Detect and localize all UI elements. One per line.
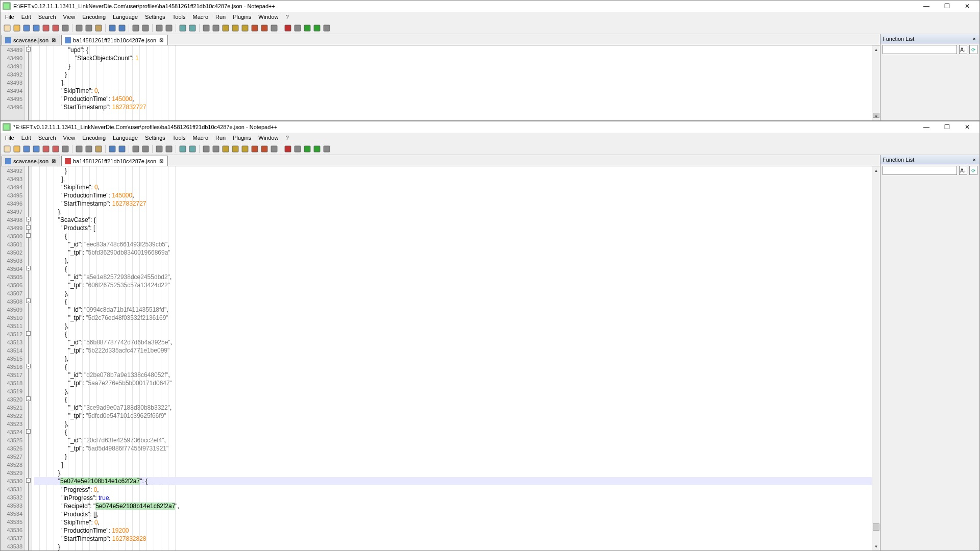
wordwrap-icon[interactable]: [202, 23, 211, 33]
close-icon[interactable]: [41, 23, 51, 33]
folder-tree-icon[interactable]: [240, 23, 250, 33]
print-icon[interactable]: [61, 23, 70, 33]
play-multi-icon[interactable]: [312, 23, 322, 33]
panel-close-icon[interactable]: ×: [971, 36, 977, 42]
menu-help[interactable]: ?: [282, 134, 292, 142]
find-icon[interactable]: [131, 144, 140, 154]
func-list-icon[interactable]: [260, 144, 269, 154]
doc-map-icon[interactable]: [250, 144, 259, 154]
play-icon[interactable]: [303, 144, 312, 154]
scroll-down-icon[interactable]: ▼: [872, 112, 880, 120]
menu-file[interactable]: File: [2, 134, 18, 142]
play-icon[interactable]: [303, 23, 312, 33]
close-window-button[interactable]: ✕: [957, 122, 977, 132]
maximize-button[interactable]: ❐: [937, 122, 957, 132]
zoom-out-icon[interactable]: [164, 23, 174, 33]
menu-language[interactable]: Language: [109, 134, 141, 142]
tab-close-icon[interactable]: ⊠: [51, 37, 57, 43]
menu-plugins[interactable]: Plugins: [229, 134, 255, 142]
sync-h-icon[interactable]: [188, 144, 197, 154]
menu-search[interactable]: Search: [35, 134, 60, 142]
menu-macro[interactable]: Macro: [189, 134, 212, 142]
tab-profile-json[interactable]: ba14581261ff21db10c4287e.json ⊠: [61, 35, 168, 45]
menu-search[interactable]: Search: [35, 13, 60, 21]
wordwrap-icon[interactable]: [202, 144, 211, 154]
menu-settings[interactable]: Settings: [141, 134, 169, 142]
new-file-icon[interactable]: [3, 23, 12, 33]
fold-toggle[interactable]: -: [26, 396, 31, 401]
open-file-icon[interactable]: [12, 144, 21, 154]
monitor-icon[interactable]: [270, 144, 279, 154]
menu-encoding[interactable]: Encoding: [79, 134, 109, 142]
fold-column[interactable]: -: [25, 45, 32, 120]
doc-map-icon[interactable]: [250, 23, 259, 33]
menu-tools[interactable]: Tools: [169, 13, 189, 21]
minimize-button[interactable]: —: [916, 122, 937, 132]
menu-settings[interactable]: Settings: [141, 13, 169, 21]
menu-view[interactable]: View: [60, 13, 79, 21]
all-chars-icon[interactable]: [211, 23, 220, 33]
fold-toggle[interactable]: -: [26, 233, 31, 238]
scroll-up-icon[interactable]: ▲: [872, 45, 880, 54]
code-editor[interactable]: "upd": { "StackObjectsCount": 1 } } ], "…: [32, 45, 872, 120]
tab-close-icon[interactable]: ⊠: [51, 158, 57, 164]
tab-close-icon[interactable]: ⊠: [158, 37, 164, 43]
monitor-icon[interactable]: [270, 23, 279, 33]
redo-icon[interactable]: [117, 144, 127, 154]
fold-toggle[interactable]: -: [26, 331, 31, 336]
save-macro-icon[interactable]: [322, 144, 331, 154]
sort-icon[interactable]: A↓: [959, 45, 967, 54]
open-file-icon[interactable]: [12, 23, 21, 33]
record-icon[interactable]: [283, 144, 292, 154]
paste-icon[interactable]: [94, 144, 103, 154]
lang-icon[interactable]: [231, 144, 240, 154]
new-file-icon[interactable]: [3, 144, 12, 154]
function-search-input[interactable]: [883, 45, 957, 54]
fold-toggle[interactable]: -: [26, 266, 31, 270]
save-icon[interactable]: [22, 144, 31, 154]
replace-icon[interactable]: [141, 144, 150, 154]
tab-scavcase[interactable]: scavcase.json ⊠: [2, 35, 60, 45]
cut-icon[interactable]: [75, 23, 84, 33]
indent-guide-icon[interactable]: [221, 23, 230, 33]
fold-toggle[interactable]: -: [26, 217, 31, 221]
paste-icon[interactable]: [94, 23, 103, 33]
cut-icon[interactable]: [75, 144, 84, 154]
scroll-down-icon[interactable]: ▼: [872, 542, 880, 550]
function-search-input[interactable]: [883, 166, 957, 175]
stop-icon[interactable]: [293, 23, 302, 33]
copy-icon[interactable]: [84, 144, 93, 154]
fold-column[interactable]: ----------: [25, 166, 32, 550]
scrollbar-thumb[interactable]: [873, 523, 879, 531]
print-icon[interactable]: [61, 144, 70, 154]
tab-scavcase[interactable]: scavcase.json ⊠: [2, 156, 60, 166]
maximize-button[interactable]: ❐: [937, 1, 957, 11]
replace-icon[interactable]: [141, 23, 150, 33]
vertical-scrollbar[interactable]: ▲ ▼: [872, 166, 880, 550]
menu-edit[interactable]: Edit: [18, 13, 35, 21]
menu-help[interactable]: ?: [282, 13, 292, 21]
vertical-scrollbar[interactable]: ▲ ▼: [872, 45, 880, 120]
tab-close-icon[interactable]: ⊠: [158, 158, 164, 164]
zoom-in-icon[interactable]: [155, 144, 164, 154]
fold-toggle[interactable]: -: [26, 298, 31, 303]
fold-toggle[interactable]: -: [26, 429, 31, 434]
all-chars-icon[interactable]: [211, 144, 220, 154]
save-all-icon[interactable]: [32, 23, 41, 33]
sync-v-icon[interactable]: [178, 144, 187, 154]
close-all-icon[interactable]: [51, 144, 60, 154]
close-icon[interactable]: [41, 144, 51, 154]
sort-icon[interactable]: A↓: [959, 166, 967, 175]
close-window-button[interactable]: ✕: [957, 1, 977, 11]
menu-run[interactable]: Run: [212, 13, 229, 21]
menu-window[interactable]: Window: [255, 134, 282, 142]
copy-icon[interactable]: [84, 23, 93, 33]
menu-language[interactable]: Language: [109, 13, 141, 21]
record-icon[interactable]: [283, 23, 292, 33]
redo-icon[interactable]: [117, 23, 127, 33]
func-list-icon[interactable]: [260, 23, 269, 33]
reload-icon[interactable]: ⟳: [969, 166, 977, 175]
scroll-up-icon[interactable]: ▲: [872, 166, 880, 174]
menu-macro[interactable]: Macro: [189, 13, 212, 21]
menu-encoding[interactable]: Encoding: [79, 13, 109, 21]
